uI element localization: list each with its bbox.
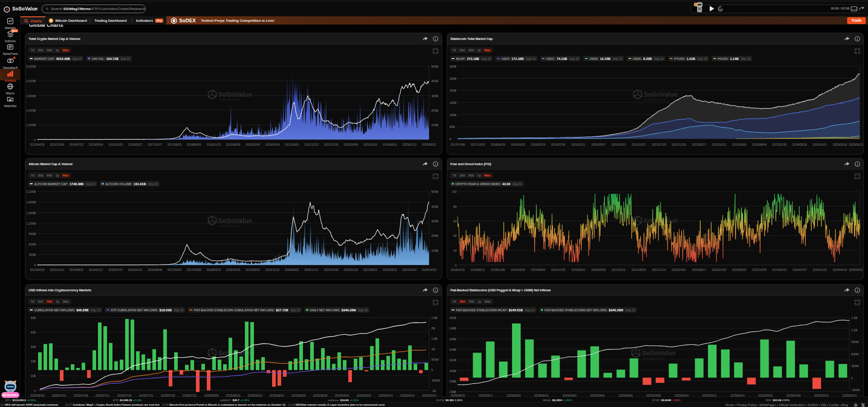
- svg-text:2020/06/02: 2020/06/02: [285, 268, 299, 271]
- svg-text:2021/02/11: 2021/02/11: [611, 268, 625, 271]
- svg-text:300B: 300B: [449, 65, 457, 68]
- svg-text:20: 20: [454, 249, 457, 252]
- svg-text:sosovalue.com: sosovalue.com: [219, 224, 240, 227]
- svg-text:2020/09/18: 2020/09/18: [265, 143, 280, 146]
- svg-text:sosovalue.com: sosovalue.com: [644, 98, 666, 101]
- svg-text:0: 0: [455, 264, 457, 267]
- svg-text:2015/07/07: 2015/07/07: [108, 268, 123, 271]
- svg-text:2014/07/22: 2014/07/22: [69, 143, 84, 146]
- svg-text:-500M: -500M: [431, 379, 440, 382]
- svg-text:2023/12/30: 2023/12/30: [772, 143, 787, 146]
- svg-text:40: 40: [454, 234, 457, 237]
- svg-text:0: 0: [851, 377, 853, 380]
- svg-text:50B: 50B: [449, 125, 455, 128]
- svg-text:2021/06/29: 2021/06/29: [631, 268, 646, 271]
- svg-text:236B: 236B: [449, 390, 457, 393]
- svg-text:0: 0: [34, 389, 36, 392]
- svg-text:-1B: -1B: [431, 389, 436, 392]
- svg-text:200B: 200B: [431, 109, 439, 112]
- svg-text:2018/04/28: 2018/04/28: [491, 143, 505, 146]
- svg-text:2,000B: 2,000B: [26, 109, 36, 112]
- svg-text:?: ?: [695, 4, 697, 6]
- svg-text:1.5B: 1.5B: [431, 337, 438, 340]
- svg-text:2014/12/17: 2014/12/17: [89, 268, 103, 271]
- svg-text:2.5B: 2.5B: [431, 316, 438, 319]
- svg-text:100: 100: [452, 190, 457, 193]
- svg-text:2013/04/28: 2013/04/28: [30, 143, 44, 146]
- svg-text:SoSoValue: SoSoValue: [642, 349, 676, 357]
- svg-text:1,000B: 1,000B: [26, 123, 36, 127]
- svg-text:2019/12/11: 2019/12/11: [571, 143, 585, 146]
- svg-text:4,000B: 4,000B: [26, 79, 36, 83]
- svg-text:2013/04/29: 2013/04/29: [30, 268, 44, 271]
- svg-text:2,100B: 2,100B: [26, 190, 36, 193]
- svg-text:400B: 400B: [431, 79, 439, 83]
- svg-text:2024/10/22: 2024/10/22: [402, 268, 417, 271]
- svg-text:2020/12/17: 2020/12/17: [304, 268, 319, 271]
- svg-text:2023/03/09: 2023/03/09: [343, 143, 358, 146]
- svg-text:2022/01/20: 2022/01/20: [343, 268, 358, 271]
- svg-text:2023/10/20: 2023/10/20: [363, 143, 378, 146]
- svg-text:2021/07/25: 2021/07/25: [652, 143, 666, 146]
- svg-text:2B: 2B: [431, 327, 435, 330]
- svg-text:2019/07/16: 2019/07/16: [551, 143, 566, 146]
- svg-text:2019/02/18: 2019/02/18: [531, 143, 546, 146]
- svg-text:2019/05/01: 2019/05/01: [245, 268, 260, 271]
- svg-text:1.5B: 1.5B: [851, 316, 858, 319]
- svg-text:2022/07/26: 2022/07/26: [324, 143, 338, 146]
- svg-text:2020/09/26: 2020/09/26: [591, 268, 606, 271]
- svg-text:2017/09/08: 2017/09/08: [187, 268, 201, 271]
- svg-text:SoSoValue: SoSoValue: [218, 91, 252, 98]
- svg-text:0: 0: [34, 264, 36, 267]
- svg-text:2018/09/23: 2018/09/23: [511, 143, 525, 146]
- svg-text:-300M: -300M: [851, 388, 860, 392]
- svg-text:2016/01/21: 2016/01/21: [128, 268, 142, 271]
- svg-text:246B: 246B: [449, 338, 457, 341]
- svg-text:2023/05/20: 2023/05/20: [732, 268, 746, 271]
- svg-text:2017/01/07: 2017/01/07: [147, 143, 162, 146]
- svg-text:50B: 50B: [30, 316, 36, 319]
- svg-text:250B: 250B: [449, 77, 457, 80]
- svg-text:2025/09/21: 2025/09/21: [422, 143, 436, 146]
- svg-text:2022/08/17: 2022/08/17: [692, 268, 706, 271]
- svg-text:2024/10/21: 2024/10/21: [813, 143, 827, 146]
- svg-text:240B: 240B: [449, 369, 457, 373]
- svg-text:2023/03/09: 2023/03/09: [732, 143, 746, 146]
- svg-text:2015/03/04: 2015/03/04: [89, 143, 103, 146]
- svg-text:2018/10/15: 2018/10/15: [226, 268, 240, 271]
- svg-text:₿: ₿: [50, 19, 53, 22]
- svg-text:2015/10/15: 2015/10/15: [108, 143, 123, 146]
- svg-text:100B: 100B: [431, 123, 439, 127]
- svg-text:248B: 248B: [449, 327, 457, 330]
- svg-text:2022/04/01: 2022/04/01: [672, 268, 686, 271]
- svg-text:500B: 500B: [431, 190, 439, 193]
- svg-text:2018/06/21: 2018/06/21: [471, 268, 485, 271]
- svg-text:2024/11/23: 2024/11/23: [813, 268, 827, 271]
- svg-text:100B: 100B: [449, 113, 457, 117]
- svg-text:10B: 10B: [30, 374, 36, 378]
- svg-text:2019/06/26: 2019/06/26: [226, 143, 240, 146]
- svg-text:2025/09/23: 2025/09/23: [849, 143, 863, 146]
- svg-text:2018/11/13: 2018/11/13: [206, 143, 220, 146]
- svg-text:2023/01/02: 2023/01/02: [712, 268, 727, 271]
- svg-text:2023/09/22: 2023/09/22: [383, 268, 397, 271]
- svg-text:2017/07/08: 2017/07/08: [450, 143, 465, 146]
- svg-text:2017/12/03: 2017/12/03: [471, 143, 485, 146]
- svg-text:2021/12/20: 2021/12/20: [672, 143, 686, 146]
- svg-text:2024/02/20: 2024/02/20: [772, 268, 787, 271]
- svg-text:2020/05/11: 2020/05/11: [571, 268, 585, 271]
- svg-text:2018/01/31: 2018/01/31: [450, 268, 465, 271]
- svg-text:150B: 150B: [449, 101, 457, 104]
- svg-text:300M: 300M: [851, 364, 859, 368]
- svg-text:600B: 600B: [29, 243, 36, 246]
- svg-text:2018/11/06: 2018/11/06: [491, 268, 505, 271]
- svg-text:2017/02/20: 2017/02/20: [167, 268, 182, 271]
- svg-text:2023/10/05: 2023/10/05: [752, 268, 766, 271]
- svg-text:sosovalue.com: sosovalue.com: [643, 357, 664, 360]
- svg-text:400B: 400B: [431, 205, 439, 208]
- svg-text:2021/11/14: 2021/11/14: [652, 268, 666, 271]
- svg-text:2014/05/31: 2014/05/31: [69, 268, 84, 271]
- svg-text:2020/10/02: 2020/10/02: [611, 143, 626, 146]
- svg-text:2019/08/09: 2019/08/09: [531, 268, 546, 271]
- svg-text:2019/03/24: 2019/03/24: [511, 268, 525, 271]
